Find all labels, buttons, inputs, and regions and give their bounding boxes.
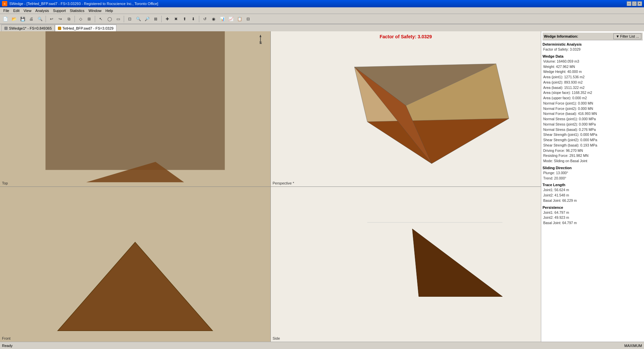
status-maximum: MAXIMUM (624, 344, 642, 348)
shear-strength-j2: Shear Strength (joint2): 0.000 MPa (543, 138, 643, 143)
menu-bar: File Edit View Analysis Support Statisti… (0, 7, 644, 14)
save-button[interactable]: 💾 (19, 15, 27, 23)
wedge-height: Wedge Height: 40.000 m (543, 69, 643, 75)
add-button[interactable]: ✚ (163, 15, 171, 23)
viewport-perspective[interactable]: Factor of Safety: 3.0329 (271, 31, 541, 186)
normal-stress-j1: Normal Stress (joint1): 0.000 MPa (543, 117, 643, 122)
zoom-in-button[interactable]: 🔍 (134, 15, 142, 23)
tab-tethed-label: TetHed_BFP.swd7 - FS=3.0329 (63, 26, 114, 30)
perspective-view-svg (271, 31, 541, 186)
content-area: N Top Factor of Safety: 3.0329 (0, 31, 644, 342)
copy-button[interactable]: ⧉ (65, 15, 73, 23)
section-persistence: Persistence (543, 205, 643, 209)
right-panel: Wedge Information: ▼ Filter List ... Det… (541, 31, 644, 342)
export2-button[interactable]: ⊟ (244, 15, 252, 23)
fos-label: Factor of Safety: 3.0329 (380, 34, 432, 39)
close-button[interactable]: ✕ (637, 1, 642, 6)
filter-list-button[interactable]: ▼ Filter List ... (613, 33, 641, 39)
menu-edit[interactable]: Edit (11, 8, 22, 13)
tab-bar: SWedge1* - FS=0.849365 TetHed_BFP.swd7 -… (0, 24, 644, 31)
viewport-front-label: Front (2, 336, 11, 340)
status-bar: Ready MAXIMUM (0, 342, 644, 349)
separator-3 (95, 16, 95, 22)
menu-file[interactable]: File (1, 8, 11, 13)
window-controls[interactable]: ─ □ ✕ (627, 1, 642, 6)
viewport-side[interactable]: Side (271, 187, 541, 342)
area-joint2: Area (joint2): 893.930 m2 (543, 80, 643, 85)
title-bar: S SWedge - [TetHed_BFP.swd7 - FS=3.03293… (0, 0, 644, 7)
normal-stress-basal: Normal Stress (basal): 0.276 MPa (543, 127, 643, 133)
separator-5 (161, 16, 162, 22)
viewport-top[interactable]: N Top (0, 31, 270, 186)
svg-text:N: N (259, 41, 262, 45)
front-view-svg (0, 187, 270, 342)
menu-analysis[interactable]: Analysis (33, 8, 51, 13)
remove-button[interactable]: ✖ (172, 15, 180, 23)
trace-basal: Basal Joint: 66.229 m (543, 198, 643, 203)
section-trace-length: Trace Length (543, 183, 643, 187)
area-joint1: Area (joint1): 1271.536 m2 (543, 75, 643, 80)
rotate-button[interactable]: ↺ (201, 15, 209, 23)
shear-strength-j1: Shear Strength (joint1): 0.000 MPa (543, 132, 643, 138)
normal-force-j2: Normal Force (joint2): 0.000 MN (543, 106, 643, 112)
right-panel-header: Wedge Information: ▼ Filter List ... (543, 33, 643, 40)
plunge: Plunge: 13.000° (543, 171, 643, 176)
minimize-button[interactable]: ─ (627, 1, 631, 6)
viewport-front[interactable]: Front (0, 187, 270, 342)
persist-basal: Basal Joint: 64.797 m (543, 220, 643, 226)
section-wedge-data: Wedge Data (543, 54, 643, 58)
top-view-svg (0, 31, 270, 186)
trace-j2: Joint2: 41.548 m (543, 193, 643, 198)
undo-button[interactable]: ↩ (48, 15, 56, 23)
graph-button[interactable]: 📊 (218, 15, 226, 23)
zoom-out-button[interactable]: 🔎 (143, 15, 151, 23)
normal-force-j1: Normal Force (joint1): 0.000 MN (543, 101, 643, 106)
print-button[interactable]: 🖨 (27, 15, 35, 23)
mode: Mode: Sliding on Basal Joint (543, 159, 643, 164)
menu-window[interactable]: Window (86, 8, 103, 13)
app-logo: S (2, 1, 7, 6)
separator-4 (124, 16, 124, 22)
driving-force: Driving Force: 96.270 MN (543, 148, 643, 154)
tab-dot-1 (4, 27, 8, 30)
wedge-button[interactable]: ◇ (77, 15, 84, 23)
print-preview-button[interactable]: 🔍 (36, 15, 44, 23)
menu-help[interactable]: Help (103, 8, 115, 13)
open-button[interactable]: 📂 (10, 15, 18, 23)
import-button[interactable]: ⬇ (189, 15, 197, 23)
separator-2 (75, 16, 75, 22)
trace-j1: Joint1: 56.624 m (543, 187, 643, 193)
menu-view[interactable]: View (22, 8, 34, 13)
report-button[interactable]: 📋 (236, 15, 243, 23)
shear-strength-basal: Shear Strength (basal): 0.193 MPa (543, 143, 643, 148)
new-button[interactable]: 📄 (1, 15, 9, 23)
circle-button[interactable]: ◯ (105, 15, 113, 23)
window-title: SWedge - [TetHed_BFP.swd7 - FS=3.03293 -… (9, 2, 158, 6)
filter-btn-label: Filter List ... (620, 34, 639, 38)
panel-title: Wedge Information: (544, 34, 578, 38)
menu-support[interactable]: Support (51, 8, 68, 13)
menu-statistics[interactable]: Statistics (68, 8, 86, 13)
tab-swedge1[interactable]: SWedge1* - FS=0.849365 (1, 25, 55, 31)
section-sliding: Sliding Direction (543, 166, 643, 170)
sensitivity-button[interactable]: 📈 (227, 15, 235, 23)
persist-j2: Joint2: 49.923 m (543, 215, 643, 220)
restore-button[interactable]: □ (632, 1, 637, 6)
wedge-volume: Volume: 16460.059 m3 (543, 59, 643, 64)
section-deterministic: Deterministic Analysis (543, 42, 643, 46)
status-ready: Ready (2, 344, 13, 348)
area-slope-face: Area (slope face): 1168.352 m2 (543, 90, 643, 96)
fit-button[interactable]: ⊡ (126, 15, 134, 23)
redo-button[interactable]: ↪ (56, 15, 64, 23)
wedge-weight: Weight: 427.962 MN (543, 64, 643, 70)
normal-force-basal: Normal Force (basal): 416.993 MN (543, 111, 643, 117)
tab-swedge1-label: SWedge1* - FS=0.849365 (9, 26, 52, 30)
export-button[interactable]: ⬆ (181, 15, 189, 23)
zoom-window-button[interactable]: ⊠ (152, 15, 160, 23)
rect-button[interactable]: ▭ (114, 15, 122, 23)
stereonet-button[interactable]: ◉ (210, 15, 218, 23)
select-button[interactable]: ↖ (97, 15, 105, 23)
viewport-area: N Top Factor of Safety: 3.0329 (0, 31, 541, 342)
tab-tethed[interactable]: TetHed_BFP.swd7 - FS=3.0329 (55, 25, 117, 31)
grid-button[interactable]: ⊞ (85, 15, 93, 23)
